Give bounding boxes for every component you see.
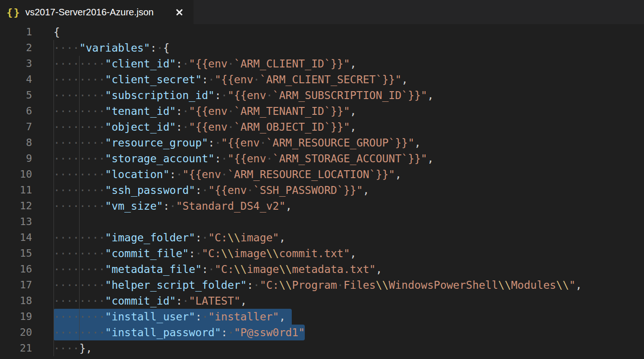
code-line[interactable]: ········"image_folder":·"C:\\image", bbox=[54, 230, 286, 246]
tab-filename: vs2017-Server2016-Azure.json bbox=[26, 7, 154, 18]
line-number[interactable]: 16 bbox=[0, 261, 32, 277]
code-line[interactable]: ····}, bbox=[54, 340, 92, 356]
line-number[interactable]: 6 bbox=[0, 103, 32, 119]
line-number[interactable]: 9 bbox=[0, 151, 32, 166]
line-number[interactable]: 10 bbox=[0, 166, 32, 182]
json-file-icon: {} bbox=[7, 7, 21, 18]
line-number[interactable]: 3 bbox=[0, 56, 32, 72]
line-number[interactable]: 8 bbox=[0, 135, 32, 151]
vscode-window: {} vs2017-Server2016-Azure.json 12345678… bbox=[0, 0, 644, 359]
tab-close-icon[interactable] bbox=[175, 7, 184, 17]
tab-active[interactable]: {} vs2017-Server2016-Azure.json bbox=[0, 0, 194, 24]
tab-bar: {} vs2017-Server2016-Azure.json bbox=[0, 0, 644, 24]
line-number[interactable]: 21 bbox=[0, 340, 32, 356]
editor[interactable]: 123456789101112131415161718192021 {····"… bbox=[0, 24, 644, 359]
code-line[interactable]: ········"client_secret":·"{{env·`ARM_CLI… bbox=[54, 72, 408, 87]
code-line[interactable]: ········"ssh_password":·"{{env·`SSH_PASS… bbox=[54, 182, 369, 198]
line-number[interactable]: 1 bbox=[0, 24, 32, 40]
code-line[interactable]: ········"install_user":·"installer", bbox=[54, 309, 286, 325]
code-line[interactable]: ········"resource_group":·"{{env·`ARM_RE… bbox=[54, 135, 421, 151]
code-line[interactable]: ········"object_id":·"{{env·`ARM_OBJECT_… bbox=[54, 119, 356, 135]
line-number[interactable]: 11 bbox=[0, 182, 32, 198]
code-line[interactable]: ········"install_password":·"P@ssw0rd1" bbox=[54, 325, 305, 340]
code-line[interactable]: ········"client_id":·"{{env·`ARM_CLIENT_… bbox=[54, 56, 356, 72]
line-number[interactable]: 17 bbox=[0, 277, 32, 293]
code-line[interactable]: ········"commit_file":·"C:\\image\\commi… bbox=[54, 246, 356, 261]
line-number[interactable]: 13 bbox=[0, 214, 32, 230]
code-line[interactable]: ····"variables":·{ bbox=[54, 40, 169, 56]
code-line[interactable]: ········"commit_id":·"LATEST", bbox=[54, 293, 247, 309]
code-line[interactable]: ········"helper_script_folder":·"C:\\Pro… bbox=[54, 277, 582, 293]
line-number[interactable]: 18 bbox=[0, 293, 32, 309]
code-line[interactable]: { bbox=[54, 24, 60, 40]
line-number[interactable]: 20 bbox=[0, 325, 32, 340]
code-line[interactable]: ········"storage_account":·"{{env·`ARM_S… bbox=[54, 151, 434, 166]
line-number[interactable]: 5 bbox=[0, 87, 32, 103]
line-number[interactable]: 7 bbox=[0, 119, 32, 135]
code-line[interactable]: ········"metadata_file":·"C:\\image\\met… bbox=[54, 261, 382, 277]
line-number[interactable]: 4 bbox=[0, 72, 32, 87]
code-line[interactable]: ········"subscription_id":·"{{env·`ARM_S… bbox=[54, 87, 434, 103]
code-line[interactable]: ········"vm_size":·"Standard_DS4_v2", bbox=[54, 198, 292, 214]
line-number[interactable]: 19 bbox=[0, 309, 32, 325]
line-number[interactable]: 2 bbox=[0, 40, 32, 56]
code-line[interactable]: ········"location":·"{{env·`ARM_RESOURCE… bbox=[54, 166, 402, 182]
line-number[interactable]: 12 bbox=[0, 198, 32, 214]
code-line[interactable]: ········"tenant_id":·"{{env·`ARM_TENANT_… bbox=[54, 103, 356, 119]
line-number[interactable]: 15 bbox=[0, 246, 32, 261]
line-number[interactable]: 14 bbox=[0, 230, 32, 246]
